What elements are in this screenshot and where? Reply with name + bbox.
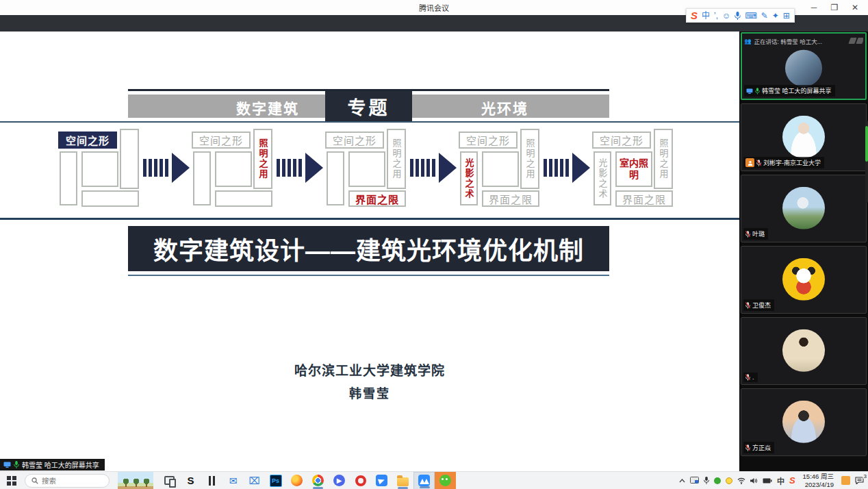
box-space-form: 空间之形 (325, 131, 384, 149)
tray-volume-icon[interactable] (750, 477, 758, 484)
box-interface-limit: 界面之限 (482, 190, 539, 207)
box-lighting-use: 照明之用 (253, 129, 272, 189)
participant-tile[interactable]: . (741, 317, 867, 385)
participant-name: . (752, 374, 754, 381)
tray-orange-app-icon[interactable] (841, 476, 850, 485)
mic-muted-icon (745, 231, 750, 238)
participant-name: 叶璐 (752, 229, 765, 238)
start-button[interactable] (0, 472, 23, 489)
task-view-button[interactable] (159, 472, 180, 489)
diagram-stage-1: 空间之形 (58, 129, 140, 207)
box-empty (81, 190, 139, 207)
box-lighting-use: 照明之用 (654, 129, 673, 189)
app-tim[interactable] (371, 472, 392, 489)
firefox-icon (291, 475, 303, 486)
tray-ime-lang-icon[interactable]: 中 (777, 475, 784, 486)
close-button[interactable]: ✕ (845, 0, 865, 15)
avatar (785, 49, 822, 86)
organization-text: 哈尔滨工业大学建筑学院 (0, 360, 739, 379)
participant-name: 刘彬宇-南京工业大学 (763, 158, 821, 167)
mic-muted-icon (745, 374, 750, 381)
mic-on-icon (755, 88, 760, 95)
mic-muted-icon (745, 302, 750, 309)
tab-special-topic-active: 专题 (325, 91, 412, 122)
speaker-icon: 👥 (744, 38, 752, 45)
sidebar-scrollbar-thumb[interactable] (865, 126, 868, 162)
banner-underline (128, 275, 609, 276)
minimize-button[interactable]: ─ (804, 0, 824, 15)
app-pause[interactable] (201, 472, 222, 489)
search-input[interactable] (42, 477, 97, 485)
participant-name: 韩雪莹 哈工大的屏幕共享 (762, 86, 832, 95)
sogou-logo-icon[interactable]: S (691, 10, 698, 21)
tim-icon (376, 475, 387, 486)
soft-keyboard-icon[interactable]: ⌨ (745, 12, 756, 20)
participant-tile[interactable]: 卫俊杰 (741, 246, 867, 314)
share-pill-label: 韩雪莹 哈工大的屏幕共享 (22, 460, 99, 470)
language-toggle-icon[interactable]: 中 (702, 12, 710, 20)
participant-name: 卫俊杰 (752, 301, 771, 310)
slide-title-banner: 数字建筑设计——建筑光环境优化机制 (128, 226, 609, 271)
tray-expand-icon[interactable] (679, 479, 685, 483)
speaking-banner: 正在讲话: 韩雪莹 哈工大... (754, 37, 822, 45)
app-file-explorer[interactable] (392, 472, 413, 489)
tray-battery-saver-icon[interactable] (726, 477, 732, 484)
task-view-icon (164, 476, 175, 485)
emoji-icon[interactable]: ☺ (722, 12, 730, 20)
app-thunder[interactable]: ▶ (329, 472, 350, 489)
wechat-icon (439, 475, 451, 486)
box-indoor-lighting: 室内照明 (615, 151, 652, 187)
divider-top (0, 121, 739, 123)
windows-taskbar: S ✉ ⌧ Ps ▶ 中 S 15:46 周三 2023/4/19 3 (0, 471, 868, 489)
app-firefox[interactable] (286, 472, 307, 489)
concept-flow-diagram: 空间之形 空间之形 照明之用 空间之形 照明之用 界面之限 空间之形 光影之术 (58, 127, 674, 208)
box-empty (482, 151, 519, 187)
app-photoshop[interactable]: Ps (265, 472, 286, 489)
thunder-icon: ▶ (333, 475, 345, 486)
search-icon (31, 477, 38, 484)
box-empty (215, 190, 272, 207)
tray-wifi-icon[interactable] (737, 477, 745, 484)
tray-sogou-icon[interactable]: S (789, 475, 795, 486)
sharex-icon: S (185, 475, 197, 487)
mic-muted-icon (756, 160, 761, 166)
box-empty (327, 151, 344, 205)
host-badge-icon (745, 158, 754, 167)
app-wechat[interactable] (435, 472, 456, 489)
photoshop-icon: Ps (270, 475, 282, 487)
app-sharex[interactable]: S (180, 472, 201, 489)
voice-input-icon[interactable] (735, 12, 741, 20)
participant-tile[interactable]: 方正焱 (741, 388, 867, 456)
box-interface-limit: 界面之限 (615, 190, 673, 207)
notification-center-icon[interactable]: 3 (855, 477, 864, 484)
box-empty (348, 151, 385, 187)
participant-tile[interactable]: 叶璐 (741, 175, 867, 242)
app-tencent-meeting[interactable] (413, 472, 435, 489)
tray-display-icon[interactable] (690, 477, 699, 484)
app-chrome[interactable] (307, 472, 329, 489)
toolbox-icon[interactable]: ⊞ (783, 12, 790, 20)
mic-on-icon (14, 461, 19, 468)
tray-battery-icon[interactable] (763, 478, 772, 484)
handwriting-icon[interactable]: ✎ (761, 12, 768, 20)
punctuation-toggle-icon[interactable]: ’, (714, 12, 718, 20)
app-this-pc[interactable]: ⌧ (244, 472, 265, 489)
meeting-logo-icon (850, 38, 863, 44)
box-space-form: 空间之形 (58, 131, 117, 149)
divider-bottom (0, 218, 739, 220)
app-mail[interactable]: ✉ (222, 472, 244, 489)
box-empty (81, 151, 118, 187)
participant-tile[interactable]: 刘彬宇-南京工业大学 (741, 103, 867, 171)
widgets-weather-button[interactable] (118, 472, 153, 489)
clock[interactable]: 15:46 周三 2023/4/19 (803, 473, 834, 489)
box-empty (215, 151, 252, 187)
participant-tile-presenter[interactable]: 👥 正在讲话: 韩雪莹 哈工大... 韩雪莹 哈工大的屏幕共享 (741, 32, 867, 100)
tray-mic-icon[interactable] (704, 477, 709, 484)
tab-digital-architecture: 数字建筑 (236, 97, 299, 118)
box-lighting-use: 照明之用 (387, 129, 406, 189)
maximize-button[interactable]: ❐ (824, 0, 845, 15)
taskbar-search[interactable] (25, 474, 110, 488)
skin-icon[interactable]: ✦ (772, 12, 779, 20)
app-opera[interactable] (350, 472, 371, 489)
tray-wechat-icon[interactable] (714, 477, 721, 484)
